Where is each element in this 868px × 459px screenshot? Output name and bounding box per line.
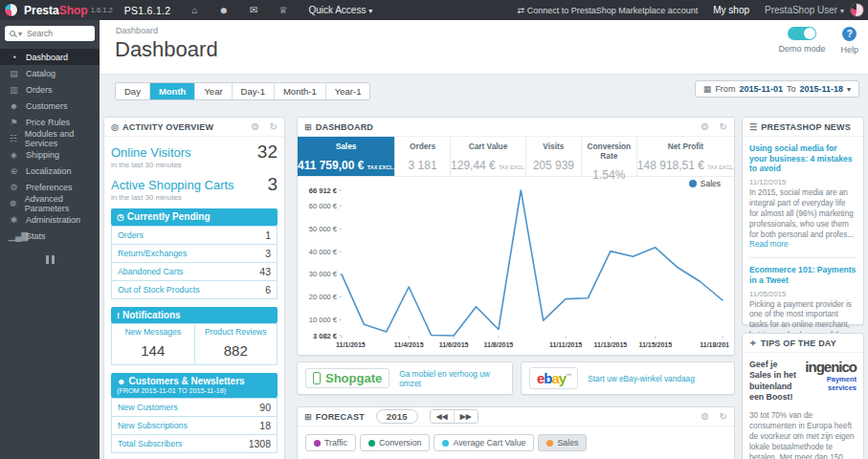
metric-cart-value[interactable]: Cart Value129,44 € tax excl.: [451, 137, 526, 176]
sidebar-item-localization[interactable]: ⊕Localization: [0, 163, 100, 179]
ebay-ad-card: ebay™ Start uw eBay-winkel vandaag: [521, 361, 735, 395]
metric-net-profit[interactable]: Net Profit148 918,51 € tax excl.: [637, 137, 734, 176]
trophy-icon[interactable]: ♕: [278, 5, 287, 15]
svg-text:30 000 €: 30 000 €: [309, 270, 338, 278]
my-shop-link[interactable]: My shop: [713, 5, 749, 15]
metrics-row: Sales411 759,00 € tax excl. Orders3 181 …: [298, 137, 734, 177]
tab-month[interactable]: Month: [150, 83, 196, 99]
administration-icon: ✱: [9, 215, 19, 225]
tab-year[interactable]: Year: [195, 83, 232, 99]
caret-down-icon: ▾: [840, 7, 844, 15]
legend-sales-button[interactable]: Sales: [538, 434, 587, 451]
sidebar-item-catalog[interactable]: ▤Catalog: [0, 65, 100, 81]
sidebar-item-preferences[interactable]: ⚙Preferences: [0, 179, 100, 195]
shopgate-ad-link[interactable]: Ga mobiel en verhoog uw omzet: [399, 369, 504, 388]
sidebar-item-dashboard[interactable]: ◔Dashboard: [0, 49, 100, 65]
link-icon: ⇄: [518, 6, 525, 15]
user-menu[interactable]: PrestaShop User ▾: [765, 5, 844, 15]
prestashop-logo[interactable]: [4, 3, 18, 17]
forecast-prev-button[interactable]: ◀◀: [431, 410, 454, 423]
sidebar-item-orders[interactable]: ▥Orders: [0, 81, 100, 98]
article-title-link[interactable]: Ecommerce 101: Payments in a Tweet: [749, 265, 857, 285]
sidebar-item-administration[interactable]: ✱Administration: [0, 211, 100, 228]
sidebar-item-customers[interactable]: ☻Customers: [0, 98, 100, 114]
cart-icon: ⊞: [304, 122, 312, 132]
tab-year-1[interactable]: Year-1: [326, 83, 370, 99]
breadcrumb[interactable]: Dashboard: [116, 26, 158, 35]
ingenico-logo[interactable]: ingenico Payment services: [799, 360, 857, 404]
sidebar-item-stats[interactable]: ▁▄▇Stats: [0, 228, 100, 244]
metric-conversion-rate[interactable]: Conversion Rate1.54%: [582, 137, 637, 176]
calendar-icon: ▦: [703, 84, 712, 94]
svg-text:3 082 €: 3 082 €: [313, 332, 338, 340]
tab-day[interactable]: Day: [116, 83, 150, 99]
gear-icon[interactable]: ⚙: [701, 121, 709, 132]
demo-mode-toggle[interactable]: [788, 27, 816, 40]
search-input[interactable]: [25, 28, 84, 39]
read-more-link[interactable]: Read more: [749, 240, 789, 249]
search-icon: [10, 31, 15, 36]
topbar: PrestaShop 1.6.1.2 PS1.6.1.2 ⌂ ☻ ✉ ♕ Qui…: [0, 0, 868, 20]
search-scope-caret-icon[interactable]: ▾: [18, 30, 22, 38]
brand-name[interactable]: PrestaShop: [24, 4, 88, 17]
forecast-next-button[interactable]: ▶▶: [454, 410, 478, 423]
user-avatar[interactable]: [850, 3, 864, 17]
marketplace-link[interactable]: ⇄ Connect to PrestaShop Marketplace acco…: [518, 6, 699, 15]
gear-icon[interactable]: ⚙: [251, 121, 259, 132]
help-icon[interactable]: ?: [842, 27, 857, 41]
bulb-icon: ✦: [749, 339, 757, 348]
ebay-ad-link[interactable]: Start uw eBay-winkel vandaag: [588, 374, 695, 383]
messages-icon[interactable]: ✉: [250, 5, 257, 15]
pending-row: Return/Exchanges3: [111, 245, 278, 263]
date-range-picker[interactable]: ▦ From2015-11-01 To2015-11-18 ▾: [695, 80, 859, 98]
legend-average-cart-value-button[interactable]: Average Cart Value: [434, 434, 534, 451]
svg-text:11/13/2015: 11/13/2015: [594, 341, 628, 348]
prestashop-admin: PrestaShop 1.6.1.2 PS1.6.1.2 ⌂ ☻ ✉ ♕ Qui…: [0, 0, 868, 459]
shopgate-logo[interactable]: Shopgate: [305, 368, 389, 388]
news-title: PRESTASHOP NEWS: [761, 122, 851, 132]
svg-text:66 912 €: 66 912 €: [309, 186, 338, 195]
refresh-icon[interactable]: ↻: [269, 121, 278, 132]
people-icon: ☻: [117, 377, 125, 386]
svg-text:11/4/2015: 11/4/2015: [394, 341, 424, 348]
legend-conversion-button[interactable]: Conversion: [360, 434, 431, 451]
sidebar-item-shipping[interactable]: ◈Shipping: [0, 146, 100, 163]
page-title: Dashboard: [115, 37, 218, 62]
alert-icon: !: [117, 311, 120, 320]
svg-text:11/15/2015: 11/15/2015: [638, 341, 672, 348]
sidebar-item-advanced-parameters[interactable]: ☸Advanced Parameters: [0, 195, 100, 211]
active-carts-sub: in the last 30 minutes: [111, 193, 278, 202]
sidebar-search[interactable]: ▾: [5, 26, 95, 41]
refresh-icon[interactable]: ↻: [719, 121, 727, 132]
sales-line-chart: 66 912 €60 000 €50 000 €40 000 €30 000 €…: [303, 179, 730, 351]
pending-row: Out of Stock Products6: [111, 281, 278, 299]
quick-access-menu[interactable]: Quick Access ▾: [308, 5, 372, 15]
shop-icon[interactable]: ⌂: [191, 5, 197, 15]
brand-shop: Shop: [59, 4, 88, 17]
metric-sales[interactable]: Sales411 759,00 € tax excl.: [298, 137, 395, 176]
forecast-year[interactable]: 2015: [376, 409, 418, 424]
metric-orders[interactable]: Orders3 181: [395, 137, 451, 176]
forecast-legend: Traffic Conversion Average Cart Value Sa…: [298, 426, 734, 459]
tab-month-1[interactable]: Month-1: [275, 83, 326, 99]
active-carts-link[interactable]: Active Shopping Carts: [111, 178, 234, 192]
sales-legend-label: Sales: [701, 179, 721, 188]
customers-quick-icon[interactable]: ☻: [219, 5, 230, 15]
refresh-icon[interactable]: ↻: [719, 411, 727, 422]
notifications-header: !Notifications: [111, 307, 278, 324]
metric-visits[interactable]: Visits205 939: [526, 137, 582, 176]
article-title-link[interactable]: Using social media for your business: 4 …: [749, 143, 857, 174]
page-header: Dashboard Dashboard Demo mode ? Help: [100, 20, 868, 75]
tips-headline: Geef je Sales in het buitenland een Boos…: [749, 360, 799, 404]
online-visitors-link[interactable]: Online Visitors: [111, 145, 191, 160]
sidebar-item-modules[interactable]: ☷Modules and Services: [0, 130, 100, 146]
new-messages-cell: New Messages144: [111, 323, 195, 365]
ebay-logo[interactable]: ebay™: [529, 367, 578, 389]
gear-icon[interactable]: ⚙: [701, 411, 709, 422]
legend-traffic-button[interactable]: Traffic: [305, 434, 356, 451]
sidebar-collapse-button[interactable]: [44, 255, 56, 264]
news-feed-icon: ☰: [749, 122, 757, 132]
sidebar-item-price-rules[interactable]: ⚑Price Rules: [0, 114, 100, 130]
activity-icon: ◎: [111, 122, 119, 132]
tab-day-1[interactable]: Day-1: [233, 83, 275, 99]
